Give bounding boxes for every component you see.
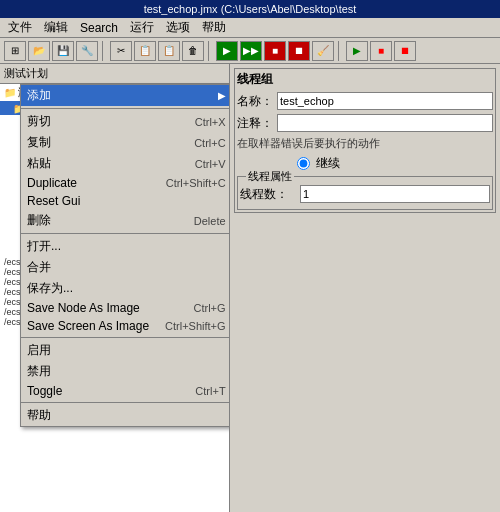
- cm-open[interactable]: 打开...: [21, 236, 230, 257]
- cm-savenode-label: Save Node As Image: [27, 301, 140, 315]
- thread-group-title: 线程组: [237, 71, 493, 88]
- props-content: 线程数：: [240, 185, 490, 203]
- cm-open-label: 打开...: [27, 238, 61, 255]
- cm-cut-label: 剪切: [27, 113, 51, 130]
- name-input[interactable]: [277, 92, 493, 110]
- comment-row: 注释：: [237, 114, 493, 132]
- comment-input[interactable]: [277, 114, 493, 132]
- toolbar-remote-exit[interactable]: ⏹: [394, 41, 416, 61]
- cm-help[interactable]: 帮助: [21, 405, 230, 426]
- cm-add[interactable]: 添加 ▶: [21, 85, 230, 106]
- cm-delete[interactable]: 删除 Delete: [21, 210, 230, 231]
- toolbar-paste[interactable]: 📋: [158, 41, 180, 61]
- cm-toggle-shortcut: Ctrl+T: [195, 385, 225, 397]
- cm-paste-label: 粘贴: [27, 155, 51, 172]
- toolbar-sep3: [338, 41, 342, 61]
- cm-toggle[interactable]: Toggle Ctrl+T: [21, 382, 230, 400]
- cm-savenode-shortcut: Ctrl+G: [194, 302, 226, 314]
- toolbar-delete[interactable]: 🗑: [182, 41, 204, 61]
- cm-enable-label: 启用: [27, 342, 51, 359]
- cm-merge-label: 合并: [27, 259, 51, 276]
- menu-help[interactable]: 帮助: [196, 18, 232, 37]
- thread-count-label: 线程数：: [240, 186, 300, 203]
- menu-run[interactable]: 运行: [124, 18, 160, 37]
- menu-options[interactable]: 选项: [160, 18, 196, 37]
- toolbar: ⊞ 📂 💾 🔧 ✂ 📋 📋 🗑 ▶ ▶▶ ■ ⏹ 🧹 ▶ ■ ⏹: [0, 38, 500, 64]
- menu-search[interactable]: Search: [74, 20, 124, 36]
- context-menu: 添加 ▶ 剪切 Ctrl+X 复制 Ctrl+C 粘贴 Ctrl+V Dupl: [20, 84, 230, 427]
- cm-savescreen-label: Save Screen As Image: [27, 319, 149, 333]
- cm-add-label: 添加: [27, 87, 51, 104]
- cm-reset-gui[interactable]: Reset Gui: [21, 192, 230, 210]
- name-row: 名称：: [237, 92, 493, 110]
- panel-header-text: 测试计划: [4, 66, 48, 81]
- title-bar: test_echop.jmx (C:\Users\Abel\Desktop\te…: [0, 0, 500, 18]
- toolbar-sep1: [102, 41, 106, 61]
- toolbar-cut[interactable]: ✂: [110, 41, 132, 61]
- cm-disable[interactable]: 禁用: [21, 361, 230, 382]
- left-panel: 测试计划 📁 测试计划 📁 test_echop /ecshop/upload/…: [0, 64, 230, 512]
- toolbar-sep2: [208, 41, 212, 61]
- cm-savescreen-shortcut: Ctrl+Shift+G: [165, 320, 226, 332]
- cm-copy-label: 复制: [27, 134, 51, 151]
- cm-merge[interactable]: 合并: [21, 257, 230, 278]
- cm-duplicate-shortcut: Ctrl+Shift+C: [166, 177, 226, 189]
- cm-save-as[interactable]: 保存为...: [21, 278, 230, 299]
- thread-count-row: 线程数：: [240, 185, 490, 203]
- toolbar-run-nopauses[interactable]: ▶▶: [240, 41, 262, 61]
- cm-copy-shortcut: Ctrl+C: [194, 137, 225, 149]
- cm-saveas-label: 保存为...: [27, 280, 73, 297]
- toolbar-remote-stop[interactable]: ■: [370, 41, 392, 61]
- cm-duplicate[interactable]: Duplicate Ctrl+Shift+C: [21, 174, 230, 192]
- thread-props-box: 线程属性 线程数：: [237, 176, 493, 210]
- cm-sep2: [21, 233, 230, 234]
- menu-bar: 文件 编辑 Search 运行 选项 帮助: [0, 18, 500, 38]
- thread-props-title: 线程属性: [246, 169, 294, 184]
- thread-group-box: 线程组 名称： 注释： 在取样器错误后要执行的动作 继续 线程属性 线程数：: [234, 68, 496, 213]
- toolbar-open[interactable]: 📂: [28, 41, 50, 61]
- toolbar-save[interactable]: 💾: [52, 41, 74, 61]
- cm-paste[interactable]: 粘贴 Ctrl+V: [21, 153, 230, 174]
- toolbar-remote-start[interactable]: ▶: [346, 41, 368, 61]
- right-panel: 线程组 名称： 注释： 在取样器错误后要执行的动作 继续 线程属性 线程数：: [230, 64, 500, 512]
- menu-file[interactable]: 文件: [2, 18, 38, 37]
- cm-sep1: [21, 108, 230, 109]
- cm-save-screen[interactable]: Save Screen As Image Ctrl+Shift+G: [21, 317, 230, 335]
- comment-label: 注释：: [237, 115, 277, 132]
- toolbar-stop[interactable]: ■: [264, 41, 286, 61]
- toolbar-clear-all[interactable]: 🧹: [312, 41, 334, 61]
- cm-cut[interactable]: 剪切 Ctrl+X: [21, 111, 230, 132]
- continue-label: 继续: [316, 155, 340, 172]
- cm-toggle-label: Toggle: [27, 384, 62, 398]
- cm-sep3: [21, 337, 230, 338]
- toolbar-settings[interactable]: 🔧: [76, 41, 98, 61]
- name-label: 名称：: [237, 93, 277, 110]
- cm-paste-shortcut: Ctrl+V: [195, 158, 226, 170]
- toolbar-shutdown[interactable]: ⏹: [288, 41, 310, 61]
- cm-delete-label: 删除: [27, 212, 51, 229]
- context-menu-overlay: 添加 ▶ 剪切 Ctrl+X 复制 Ctrl+C 粘贴 Ctrl+V Dupl: [20, 84, 230, 427]
- toolbar-copy[interactable]: 📋: [134, 41, 156, 61]
- title-text: test_echop.jmx (C:\Users\Abel\Desktop\te…: [144, 3, 357, 15]
- toolbar-run[interactable]: ▶: [216, 41, 238, 61]
- cm-delete-shortcut: Delete: [194, 215, 226, 227]
- thread-count-input[interactable]: [300, 185, 490, 203]
- indent1: [4, 102, 13, 114]
- cm-help-label: 帮助: [27, 407, 51, 424]
- action-desc: 在取样器错误后要执行的动作: [237, 136, 493, 151]
- cm-save-node[interactable]: Save Node As Image Ctrl+G: [21, 299, 230, 317]
- main-area: 测试计划 📁 测试计划 📁 test_echop /ecshop/upload/…: [0, 64, 500, 512]
- cm-enable[interactable]: 启用: [21, 340, 230, 361]
- panel-header: 测试计划: [0, 64, 229, 84]
- toolbar-new[interactable]: ⊞: [4, 41, 26, 61]
- cm-duplicate-label: Duplicate: [27, 176, 77, 190]
- cm-disable-label: 禁用: [27, 363, 51, 380]
- cm-add-arrow: ▶: [218, 90, 226, 101]
- continue-radio[interactable]: [297, 157, 310, 170]
- cm-sep4: [21, 402, 230, 403]
- cm-reset-label: Reset Gui: [27, 194, 80, 208]
- cm-cut-shortcut: Ctrl+X: [195, 116, 226, 128]
- menu-edit[interactable]: 编辑: [38, 18, 74, 37]
- tree-plan-icon: 📁: [4, 87, 16, 98]
- cm-copy[interactable]: 复制 Ctrl+C: [21, 132, 230, 153]
